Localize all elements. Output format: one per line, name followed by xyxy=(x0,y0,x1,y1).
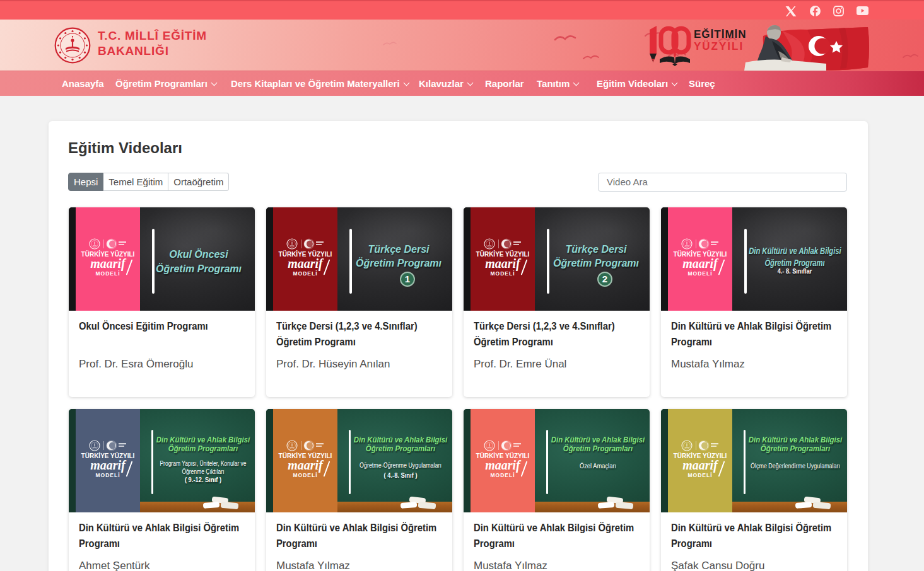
svg-text:EĞİTİMİN: EĞİTİMİN xyxy=(694,28,747,40)
svg-text:YÜZYILI: YÜZYILI xyxy=(694,40,744,52)
